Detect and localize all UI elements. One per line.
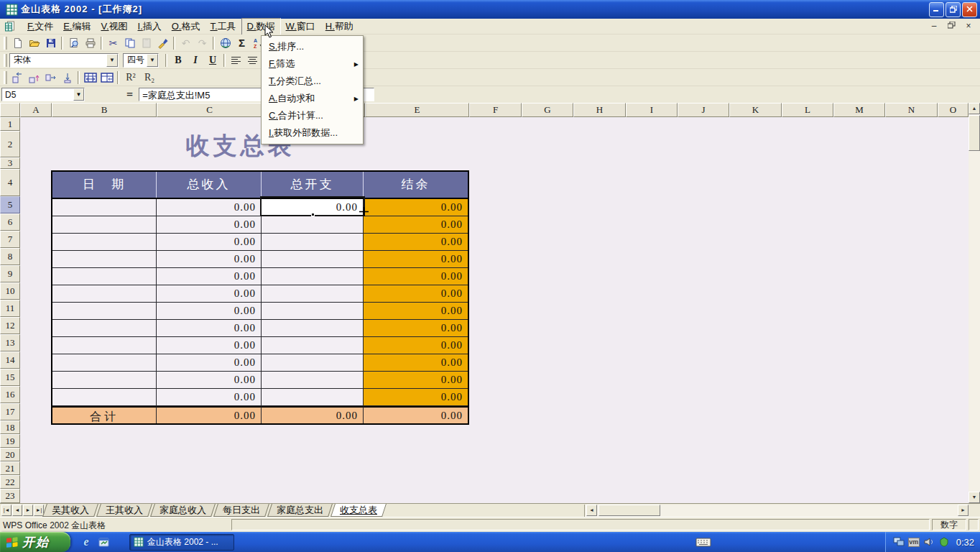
underline-button[interactable]: U xyxy=(204,53,221,68)
row-header[interactable]: 7 xyxy=(0,231,20,248)
format-painter-button[interactable] xyxy=(154,35,171,50)
autosum-button[interactable]: Σ xyxy=(234,35,250,50)
close-button[interactable] xyxy=(962,2,977,17)
web-button[interactable] xyxy=(217,35,234,50)
sheet-tab[interactable]: 收支总表 xyxy=(330,504,387,517)
toolbar-grip[interactable] xyxy=(4,37,7,50)
total-label-cell[interactable]: 合计 xyxy=(52,406,157,423)
table-cell[interactable] xyxy=(52,234,157,251)
table-cell[interactable]: 0.00 xyxy=(364,234,468,251)
toolbar-grip[interactable] xyxy=(4,54,7,67)
language-keyboard-icon[interactable] xyxy=(695,536,711,549)
restore-button[interactable] xyxy=(946,2,961,17)
mdi-close-button[interactable]: × xyxy=(963,22,974,32)
cell-arrow-right-icon[interactable] xyxy=(42,70,59,85)
row-header[interactable]: 1 xyxy=(0,117,20,131)
row-header[interactable]: 16 xyxy=(0,386,20,403)
table-cell[interactable]: 0.00 xyxy=(157,320,262,337)
row-header[interactable]: 8 xyxy=(0,248,20,265)
copy-button[interactable] xyxy=(121,35,138,50)
table-cell[interactable] xyxy=(52,199,157,216)
table-cell[interactable] xyxy=(52,337,157,354)
data-menu-item[interactable]: S.排序... xyxy=(262,38,363,55)
font-combo[interactable]: 宋体 ▼ xyxy=(9,53,119,68)
table-cell[interactable]: 0.00 xyxy=(157,251,262,268)
print-preview-button[interactable] xyxy=(65,35,82,50)
open-button[interactable] xyxy=(26,35,42,50)
align-left-button[interactable] xyxy=(228,52,244,68)
total-balance-cell[interactable]: 0.00 xyxy=(364,406,468,423)
row-header[interactable]: 23 xyxy=(0,489,20,503)
horizontal-scrollbar[interactable]: ◄ ► xyxy=(584,505,969,517)
print-button[interactable] xyxy=(82,35,98,50)
row-header[interactable]: 17 xyxy=(0,403,20,420)
table-cell[interactable] xyxy=(262,216,364,234)
vertical-scroll-thumb[interactable] xyxy=(969,115,980,151)
sheet-tab[interactable]: 家庭总收入 xyxy=(150,504,216,517)
table-cell[interactable] xyxy=(262,234,364,251)
table-cell[interactable]: 0.00 xyxy=(157,389,262,406)
table-cell[interactable]: 0.00 xyxy=(157,216,262,234)
row-header[interactable]: 13 xyxy=(0,334,20,351)
column-header[interactable]: E xyxy=(365,103,469,117)
column-header[interactable]: I xyxy=(626,103,678,117)
table-cell[interactable]: 0.00 xyxy=(157,234,262,251)
first-sheet-button[interactable]: |◄ xyxy=(1,505,11,516)
minimize-button[interactable] xyxy=(929,2,944,17)
column-header[interactable]: J xyxy=(678,103,729,117)
menubar-item[interactable]: O.格式 xyxy=(167,19,205,34)
row-header[interactable]: 3 xyxy=(0,157,20,169)
sheet-tab[interactable]: 王其收入 xyxy=(96,504,152,517)
menubar-item[interactable]: E.编辑 xyxy=(58,19,96,34)
font-size-combo[interactable]: 四号 ▼ xyxy=(123,53,159,68)
table-cell[interactable]: 0.00 xyxy=(157,303,262,320)
table-cell[interactable] xyxy=(52,251,157,268)
italic-button[interactable]: I xyxy=(187,53,204,68)
row-header[interactable]: 19 xyxy=(0,434,20,448)
chevron-down-icon[interactable]: ▼ xyxy=(73,88,84,101)
name-box[interactable]: D5 ▼ xyxy=(1,88,85,101)
taskbar-task-button[interactable]: 金山表格 2002 - ... xyxy=(129,534,234,551)
menubar-item[interactable]: F.文件 xyxy=(22,19,58,34)
select-all-corner[interactable] xyxy=(0,103,20,117)
table-cell[interactable]: 0.00 xyxy=(364,354,468,372)
row-header[interactable]: 4 xyxy=(0,169,20,196)
table-cell[interactable]: 0.00 xyxy=(364,372,468,389)
table-cell[interactable]: 0.00 xyxy=(364,337,468,354)
data-menu-item[interactable]: T.分类汇总... xyxy=(262,73,363,90)
row-header[interactable]: 10 xyxy=(0,282,20,300)
menubar-item[interactable]: I.插入 xyxy=(133,19,167,34)
table-cell[interactable]: 0.00 xyxy=(364,251,468,268)
fit-table-width-icon[interactable] xyxy=(82,70,98,85)
table-cell[interactable]: 0.00 xyxy=(364,199,468,216)
table-cell[interactable]: 0.00 xyxy=(157,285,262,303)
row-header[interactable]: 11 xyxy=(0,300,20,317)
align-center-button[interactable] xyxy=(244,52,261,68)
redo-button[interactable]: ↷ xyxy=(194,35,211,50)
total-income-cell[interactable]: 0.00 xyxy=(157,406,262,423)
cell-arrow-up-left-icon[interactable] xyxy=(9,70,26,85)
column-header[interactable]: A xyxy=(20,103,52,117)
scroll-left-button[interactable]: ◄ xyxy=(586,505,597,516)
column-header[interactable]: M xyxy=(833,103,885,117)
table-cell[interactable]: 0.00 xyxy=(364,268,468,285)
scroll-down-button[interactable]: ▼ xyxy=(969,492,980,503)
subscript-button[interactable]: R₂ xyxy=(140,70,159,85)
vmware-tray-icon[interactable]: vm xyxy=(908,538,920,547)
sheet-tab[interactable]: 家庭总支出 xyxy=(267,504,333,517)
menubar-item[interactable]: D.数据 xyxy=(241,18,281,35)
scroll-right-button[interactable]: ► xyxy=(958,505,969,516)
cut-button[interactable]: ✂ xyxy=(105,35,121,50)
mdi-minimize-button[interactable]: – xyxy=(928,22,940,32)
row-header[interactable]: 6 xyxy=(0,213,20,231)
chevron-down-icon[interactable]: ▼ xyxy=(106,54,118,67)
save-button[interactable] xyxy=(42,35,59,50)
row-header[interactable]: 20 xyxy=(0,448,20,461)
table-cell[interactable] xyxy=(262,389,364,406)
row-header[interactable]: 2 xyxy=(0,131,20,157)
volume-icon[interactable] xyxy=(923,536,935,548)
total-expense-cell[interactable]: 0.00 xyxy=(262,406,364,423)
superscript-button[interactable]: R² xyxy=(121,70,140,85)
table-cell[interactable] xyxy=(262,337,364,354)
next-sheet-button[interactable]: ► xyxy=(23,505,33,516)
